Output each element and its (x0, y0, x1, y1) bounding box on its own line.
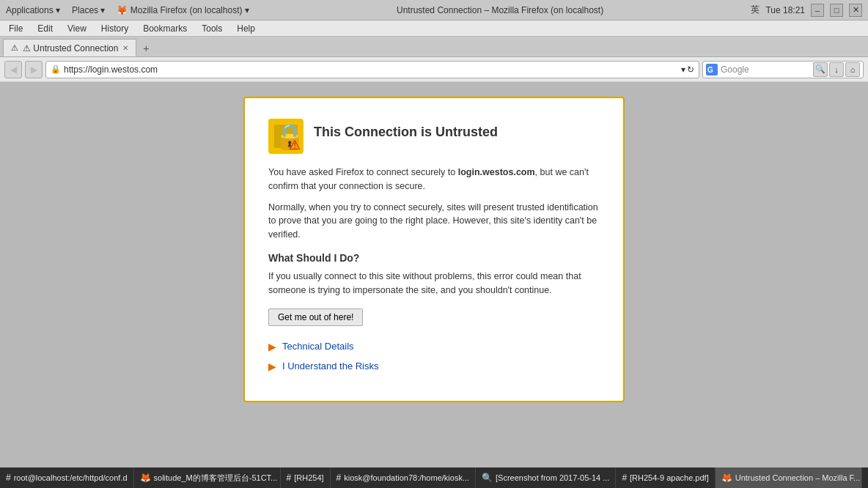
taskbar-label-2: [RH254] (294, 473, 323, 482)
taskbar-label-0: root@localhost:/etc/httpd/conf.d (14, 473, 128, 482)
taskbar-label-6: Untrusted Connection – Mozilla F... (735, 473, 861, 482)
understand-risks-item[interactable]: ▶ I Understand the Risks (268, 361, 600, 371)
titlebar-left: Applications ▾ Places ▾ 🦊 Mozilla Firefo… (6, 5, 249, 15)
address-icons: ▾ ↻ (681, 64, 694, 75)
taskbar-icon-1: 🦊 (140, 473, 151, 483)
tab-close-button[interactable]: ✕ (122, 44, 128, 52)
escape-button[interactable]: Get me out of here! (268, 308, 363, 326)
taskbar-label-4: [Screenshot from 2017-05-14 ... (496, 473, 609, 482)
technical-details-item[interactable]: ▶ Technical Details (268, 341, 600, 352)
back-button[interactable]: ◀ (4, 61, 22, 78)
taskbar-item-1[interactable]: 🦊 solitude_M的博客管理后台-51CT... (134, 467, 281, 488)
technical-details-label[interactable]: Technical Details (282, 341, 354, 352)
card-intro: You have asked Firefox to connect secure… (268, 166, 600, 242)
understand-risks-label[interactable]: I Understand the Risks (282, 361, 379, 371)
taskbar-icon-3: # (336, 473, 342, 483)
card-header: 🔒 ⚠ This Connection is Untrusted (268, 119, 600, 154)
menu-view[interactable]: View (62, 22, 92, 35)
titlebar-right: 英 Tue 18:21 – □ ✕ (751, 4, 862, 17)
down-arrow-icon[interactable]: ▾ (681, 64, 685, 75)
taskbar-item-3[interactable]: # kiosk@foundation78:/home/kiosk... (331, 467, 476, 488)
svg-text:G: G (707, 66, 713, 74)
menu-edit[interactable]: Edit (32, 22, 59, 35)
taskbar-icon-5: # (622, 473, 627, 483)
active-tab[interactable]: ⚠ ⚠ Untrusted Connection ✕ (3, 39, 136, 56)
close-button[interactable]: ✕ (849, 4, 862, 17)
tab-warning-icon: ⚠ (11, 43, 18, 53)
address-bar[interactable]: 🔒 https://login.westos.com ▾ ↻ (45, 61, 699, 78)
firefox-logo: 🦊 Mozilla Firefox (on localhost) ▾ (117, 5, 249, 15)
taskbar-item-6[interactable]: 🦊 Untrusted Connection – Mozilla F... 1 … (716, 467, 862, 488)
maximize-button[interactable]: □ (830, 4, 843, 17)
taskbar-label-1: solitude_M的博客管理后台-51CT... (154, 473, 278, 484)
taskbar-item-5[interactable]: # [RH254-9 apache.pdf] (616, 467, 715, 488)
body-paragraph-2: If you usually connect to this site with… (268, 270, 600, 297)
address-text[interactable]: https://login.westos.com (64, 64, 678, 75)
domain-text: login.westos.com (458, 167, 535, 177)
tabbar: ⚠ ⚠ Untrusted Connection ✕ + (0, 37, 868, 57)
intro-text: You have asked Firefox to connect secure… (268, 167, 458, 177)
technical-details-arrow: ▶ (268, 341, 276, 352)
minimize-button[interactable]: – (811, 4, 824, 17)
lock-icon: 🔒 (51, 64, 61, 74)
menubar: File Edit View History Bookmarks Tools H… (0, 21, 868, 37)
taskbar-icon-4: 🔍 (482, 473, 493, 483)
warning-shield-icon: 🔒 ⚠ (268, 119, 304, 154)
window-title: Untrusted Connection – Mozilla Firefox (… (249, 5, 751, 15)
taskbar-label-3: kiosk@foundation78:/home/kiosk... (344, 473, 469, 482)
menu-tools[interactable]: Tools (196, 22, 228, 35)
menu-history[interactable]: History (95, 22, 134, 35)
taskbar-icon-2: # (287, 473, 292, 483)
taskbar-icon-6: 🦊 (721, 473, 732, 483)
download-button[interactable]: ↓ (829, 62, 844, 77)
forward-button[interactable]: ▶ (25, 61, 43, 78)
warning-card: 🔒 ⚠ This Connection is Untrusted You hav… (243, 97, 625, 402)
tab-label: ⚠ Untrusted Connection (23, 43, 118, 53)
search-placeholder: Google (721, 64, 810, 75)
svg-text:⚠: ⚠ (289, 138, 301, 152)
taskbar-item-2[interactable]: # [RH254] (281, 467, 331, 488)
body-paragraph-1: Normally, when you try to connect secure… (268, 201, 600, 242)
clock: Tue 18:21 (765, 5, 805, 15)
home-button[interactable]: ⌂ (845, 62, 860, 77)
menu-file[interactable]: File (3, 22, 29, 35)
menu-help[interactable]: Help (231, 22, 261, 35)
taskbar: # root@localhost:/etc/httpd/conf.d 🦊 sol… (0, 467, 868, 488)
search-button[interactable]: 🔍 (813, 62, 828, 77)
card-title: This Connection is Untrusted (314, 119, 498, 140)
search-engine-icon[interactable]: G (706, 64, 718, 75)
places-menu[interactable]: Places ▾ (72, 5, 105, 15)
navbar: ◀ ▶ 🔒 https://login.westos.com ▾ ↻ G Goo… (0, 57, 868, 82)
taskbar-item-4[interactable]: 🔍 [Screenshot from 2017-05-14 ... (476, 467, 616, 488)
titlebar: Applications ▾ Places ▾ 🦊 Mozilla Firefo… (0, 0, 868, 21)
locale-indicator: 英 (751, 4, 760, 16)
taskbar-item-0[interactable]: # root@localhost:/etc/httpd/conf.d (0, 467, 134, 488)
understand-risks-arrow: ▶ (268, 361, 276, 371)
menu-bookmarks[interactable]: Bookmarks (137, 22, 193, 35)
new-tab-button[interactable]: + (138, 40, 154, 56)
content-area: 🔒 ⚠ This Connection is Untrusted You hav… (0, 82, 868, 467)
search-bar[interactable]: G Google 🔍 ↓ ⌂ (702, 61, 864, 78)
section-title: What Should I Do? (268, 252, 600, 264)
refresh-icon[interactable]: ↻ (687, 64, 694, 75)
taskbar-icon-0: # (6, 473, 11, 483)
applications-menu[interactable]: Applications ▾ (6, 5, 60, 15)
search-action-buttons: 🔍 ↓ ⌂ (813, 62, 860, 77)
taskbar-label-5: [RH254-9 apache.pdf] (630, 473, 709, 482)
